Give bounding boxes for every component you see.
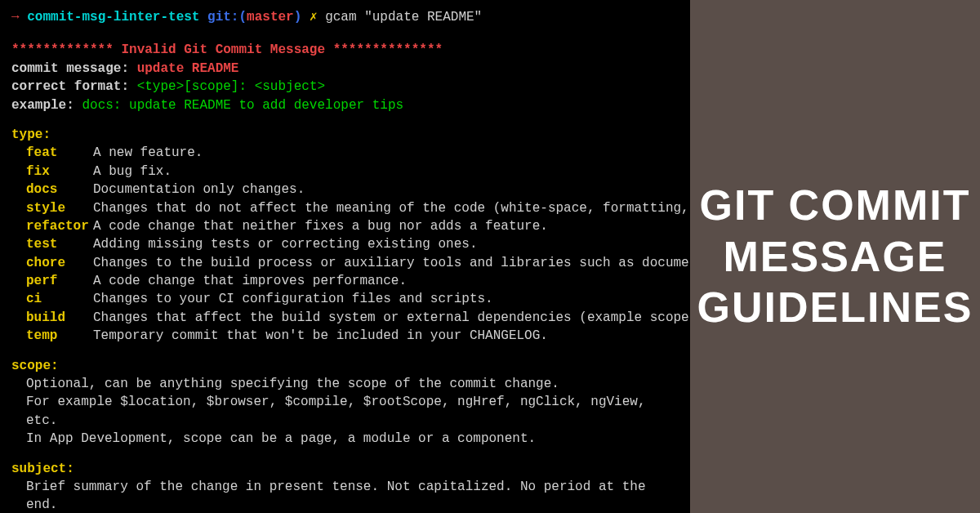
type-row: ciChanges to your CI configuration files…	[11, 290, 679, 308]
type-desc: Temporary commit that won't be included …	[93, 328, 548, 343]
type-row: testAdding missing tests or correcting e…	[11, 235, 679, 253]
type-row: styleChanges that do not affect the mean…	[11, 199, 679, 217]
type-row: featA new feature.	[11, 144, 679, 162]
prompt-line: → commit-msg-linter-test git:(master) ✗ …	[11, 8, 679, 26]
type-desc: A new feature.	[93, 145, 203, 160]
git-suffix: )	[294, 10, 302, 25]
error-banner: ************* Invalid Git Commit Message…	[11, 41, 679, 59]
commit-message-line: commit message: update README	[11, 60, 679, 78]
types-list: featA new feature.fixA bug fix.docsDocum…	[11, 144, 679, 345]
scope-section: scope: Optional, can be anything specify…	[11, 357, 679, 448]
example-label: example:	[11, 98, 74, 113]
correct-format-label: correct format:	[11, 79, 129, 94]
terminal-output: → commit-msg-linter-test git:(master) ✗ …	[0, 0, 690, 513]
dirty-icon: ✗	[310, 10, 318, 25]
type-desc: A code change that neither fixes a bug n…	[93, 219, 548, 234]
type-section: type: featA new feature.fixA bug fix.doc…	[11, 126, 679, 346]
subject-line: Brief summary of the change in present t…	[26, 478, 679, 513]
scope-heading: scope:	[11, 357, 679, 375]
type-desc: Documentation only changes.	[93, 182, 305, 197]
correct-format-value: <type>[scope]: <subject>	[137, 79, 325, 94]
repo-name: commit-msg-linter-test	[27, 10, 199, 25]
subject-section: subject: Brief summary of the change in …	[11, 460, 679, 513]
type-key: docs	[26, 181, 93, 199]
type-key: refactor	[26, 217, 93, 235]
correct-format-line: correct format: <type>[scope]: <subject>	[11, 78, 679, 96]
type-key: fix	[26, 163, 93, 181]
type-key: ci	[26, 290, 93, 308]
type-row: fixA bug fix.	[11, 163, 679, 181]
type-heading: type:	[11, 126, 679, 144]
sidebar-title: GIT COMMIT MESSAGE GUIDELINES	[697, 180, 973, 332]
type-desc: Changes to your CI configuration files a…	[93, 292, 493, 306]
commit-message-value: update README	[137, 61, 239, 76]
error-block: ************* Invalid Git Commit Message…	[11, 41, 679, 114]
type-key: feat	[26, 144, 93, 162]
type-row: docsDocumentation only changes.	[11, 181, 679, 199]
scope-line: In App Development, scope can be a page,…	[26, 430, 679, 448]
type-desc: A code change that improves performance.	[93, 274, 407, 288]
git-branch: master	[247, 10, 294, 25]
type-key: style	[26, 199, 93, 217]
type-desc: A bug fix.	[93, 164, 172, 179]
type-key: chore	[26, 254, 93, 272]
scope-line: For example $location, $browser, $compil…	[26, 393, 679, 430]
type-row: choreChanges to the build process or aux…	[11, 254, 679, 272]
type-desc: Changes that do not affect the meaning o…	[93, 201, 689, 216]
type-desc: Changes that affect the build system or …	[93, 310, 689, 325]
command-text: gcam "update README"	[325, 10, 482, 25]
prompt-arrow-icon: →	[11, 10, 20, 25]
commit-message-label: commit message:	[11, 61, 129, 76]
type-row: buildChanges that affect the build syste…	[11, 309, 679, 327]
sidebar-panel: GIT COMMIT MESSAGE GUIDELINES	[690, 0, 980, 513]
scope-lines: Optional, can be anything specifying the…	[11, 375, 679, 448]
type-row: refactorA code change that neither fixes…	[11, 217, 679, 235]
type-row: perfA code change that improves performa…	[11, 272, 679, 290]
example-value: docs: update README to add developer tip…	[82, 98, 403, 113]
type-key: perf	[26, 272, 93, 290]
scope-line: Optional, can be anything specifying the…	[26, 375, 679, 393]
type-desc: Adding missing tests or correcting exist…	[93, 237, 477, 252]
type-key: test	[26, 235, 93, 253]
git-prefix: git:(	[207, 10, 247, 25]
subject-heading: subject:	[11, 460, 679, 478]
type-key: build	[26, 309, 93, 327]
type-key: temp	[26, 327, 93, 345]
type-row: tempTemporary commit that won't be inclu…	[11, 327, 679, 345]
example-line: example: docs: update README to add deve…	[11, 96, 679, 114]
type-desc: Changes to the build process or auxiliar…	[93, 256, 689, 270]
